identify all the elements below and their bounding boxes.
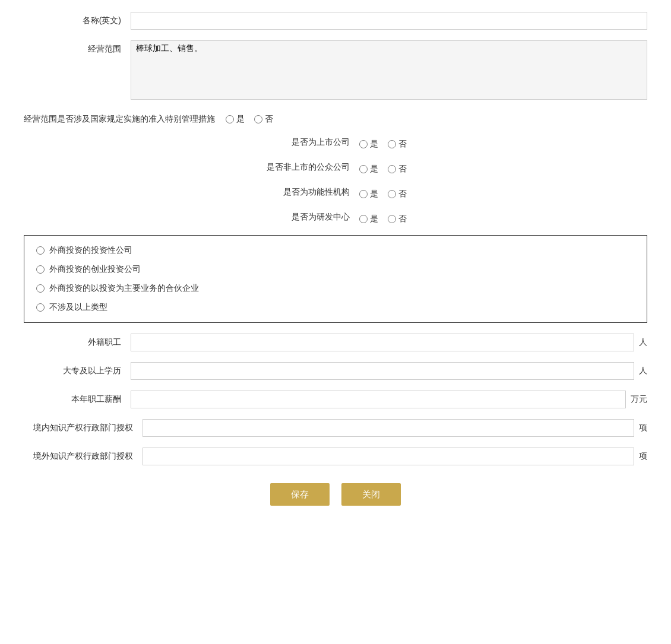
close-button[interactable]: 关闭 bbox=[341, 483, 401, 506]
business-scope-row: 经营范围 棒球加工、销售。 bbox=[24, 40, 647, 100]
investment-type-box: 外商投资的投资性公司 外商投资的创业投资公司 外商投资的以投资为主要业务的合伙企… bbox=[24, 235, 647, 323]
college-edu-label: 大专及以上学历 bbox=[24, 362, 131, 376]
college-edu-input[interactable] bbox=[131, 362, 634, 380]
annual-salary-label: 本年职工薪酬 bbox=[24, 391, 131, 405]
partnership-label: 外商投资的以投资为主要业务的合伙企业 bbox=[49, 283, 199, 294]
domestic-ip-input[interactable] bbox=[143, 419, 634, 437]
functional-no-label: 否 bbox=[398, 189, 407, 199]
foreign-ip-suffix: 项 bbox=[634, 448, 647, 462]
listed-yes-radio[interactable] bbox=[359, 140, 368, 148]
college-edu-row: 大专及以上学历 人 bbox=[24, 362, 647, 380]
annual-salary-input[interactable] bbox=[131, 391, 626, 408]
public-yes-label: 是 bbox=[370, 164, 378, 175]
listed-yes-label: 是 bbox=[370, 139, 378, 150]
listed-no-option[interactable]: 否 bbox=[388, 139, 407, 150]
rd-no-label: 否 bbox=[398, 214, 407, 224]
rd-no-radio[interactable] bbox=[388, 215, 396, 223]
rd-yes-radio[interactable] bbox=[359, 215, 368, 223]
rd-yes-label: 是 bbox=[370, 214, 378, 224]
partnership-radio[interactable] bbox=[36, 284, 45, 293]
functional-yes-radio[interactable] bbox=[359, 190, 368, 198]
functional-no-radio[interactable] bbox=[388, 190, 396, 198]
name-en-row: 各称(英文) bbox=[24, 12, 647, 30]
name-en-input[interactable] bbox=[131, 12, 647, 30]
special-mgmt-yes-radio[interactable] bbox=[226, 115, 234, 123]
partnership-option[interactable]: 外商投资的以投资为主要业务的合伙企业 bbox=[36, 283, 635, 294]
functional-yes-label: 是 bbox=[370, 189, 378, 199]
special-mgmt-no-option[interactable]: 否 bbox=[254, 114, 273, 125]
special-mgmt-radio-group: 是 否 bbox=[226, 110, 273, 125]
public-yes-radio[interactable] bbox=[359, 165, 368, 173]
listed-no-label: 否 bbox=[398, 139, 407, 150]
public-company-label: 是否非上市的公众公司 bbox=[264, 162, 359, 173]
not-involved-option[interactable]: 不涉及以上类型 bbox=[36, 302, 635, 313]
public-no-radio[interactable] bbox=[388, 165, 396, 173]
public-company-radio-group: 是 否 bbox=[359, 160, 407, 175]
listed-company-label: 是否为上市公司 bbox=[264, 137, 359, 148]
rd-center-radio-group: 是 否 bbox=[359, 210, 407, 224]
special-mgmt-yes-label: 是 bbox=[236, 114, 245, 125]
foreign-ip-input[interactable] bbox=[143, 448, 634, 465]
special-mgmt-label: 经营范围是否涉及国家规定实施的准入特别管理措施 bbox=[24, 110, 226, 125]
investment-company-label: 外商投资的投资性公司 bbox=[49, 245, 132, 256]
form-container: 各称(英文) 经营范围 棒球加工、销售。 经营范围是否涉及国家规定实施的准入特别… bbox=[24, 12, 647, 518]
domestic-ip-row: 境内知识产权行政部门授权 项 bbox=[24, 419, 647, 437]
college-edu-suffix: 人 bbox=[634, 362, 647, 376]
special-mgmt-row: 经营范围是否涉及国家规定实施的准入特别管理措施 是 否 bbox=[24, 110, 647, 125]
save-button[interactable]: 保存 bbox=[270, 483, 330, 506]
listed-company-radio-group: 是 否 bbox=[359, 135, 407, 150]
domestic-ip-suffix: 项 bbox=[634, 419, 647, 433]
foreign-ip-label: 境外知识产权行政部门授权 bbox=[24, 448, 143, 462]
rd-yes-option[interactable]: 是 bbox=[359, 214, 378, 224]
functional-no-option[interactable]: 否 bbox=[388, 189, 407, 199]
rd-center-label: 是否为研发中心 bbox=[264, 212, 359, 223]
business-scope-textarea[interactable]: 棒球加工、销售。 bbox=[131, 40, 647, 100]
button-row: 保存 关闭 bbox=[24, 483, 647, 518]
rd-no-option[interactable]: 否 bbox=[388, 214, 407, 224]
functional-org-radio-group: 是 否 bbox=[359, 185, 407, 199]
foreign-staff-label: 外籍职工 bbox=[24, 334, 131, 348]
not-involved-label: 不涉及以上类型 bbox=[49, 302, 107, 313]
public-no-label: 否 bbox=[398, 164, 407, 175]
listed-no-radio[interactable] bbox=[388, 140, 396, 148]
public-company-row: 是否非上市的公众公司 是 否 bbox=[24, 160, 647, 175]
functional-org-label: 是否为功能性机构 bbox=[264, 187, 359, 198]
special-mgmt-no-label: 否 bbox=[265, 114, 273, 125]
foreign-staff-suffix: 人 bbox=[634, 334, 647, 348]
business-scope-label: 经营范围 bbox=[24, 40, 131, 55]
annual-salary-row: 本年职工薪酬 万元 bbox=[24, 391, 647, 408]
not-involved-radio[interactable] bbox=[36, 303, 45, 312]
listed-company-row: 是否为上市公司 是 否 bbox=[24, 135, 647, 150]
functional-yes-option[interactable]: 是 bbox=[359, 189, 378, 199]
venture-company-radio[interactable] bbox=[36, 265, 45, 274]
venture-company-label: 外商投资的创业投资公司 bbox=[49, 264, 141, 275]
foreign-ip-row: 境外知识产权行政部门授权 项 bbox=[24, 448, 647, 465]
name-en-label: 各称(英文) bbox=[24, 12, 131, 26]
special-mgmt-no-radio[interactable] bbox=[254, 115, 262, 123]
listed-yes-option[interactable]: 是 bbox=[359, 139, 378, 150]
special-mgmt-yes-option[interactable]: 是 bbox=[226, 114, 245, 125]
public-no-option[interactable]: 否 bbox=[388, 164, 407, 175]
rd-center-row: 是否为研发中心 是 否 bbox=[24, 210, 647, 224]
venture-company-option[interactable]: 外商投资的创业投资公司 bbox=[36, 264, 635, 275]
investment-company-radio[interactable] bbox=[36, 246, 45, 255]
public-yes-option[interactable]: 是 bbox=[359, 164, 378, 175]
foreign-staff-input[interactable] bbox=[131, 334, 634, 351]
investment-company-option[interactable]: 外商投资的投资性公司 bbox=[36, 245, 635, 256]
functional-org-row: 是否为功能性机构 是 否 bbox=[24, 185, 647, 199]
foreign-staff-row: 外籍职工 人 bbox=[24, 334, 647, 351]
domestic-ip-label: 境内知识产权行政部门授权 bbox=[24, 419, 143, 433]
annual-salary-suffix: 万元 bbox=[626, 391, 647, 405]
